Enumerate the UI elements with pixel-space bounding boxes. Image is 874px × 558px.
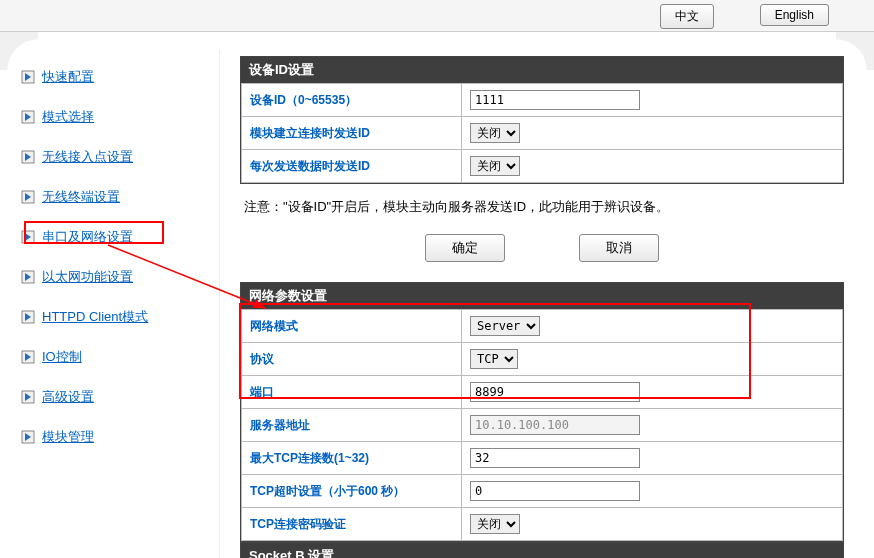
arrow-right-icon — [20, 389, 36, 405]
sidebar-item-label: 快速配置 — [42, 68, 94, 86]
sidebar-item[interactable]: 无线终端设置 — [20, 188, 219, 206]
port-input[interactable] — [470, 382, 640, 402]
sidebar-item-label: 无线接入点设置 — [42, 148, 133, 166]
device-id-header: 设备ID设置 — [241, 57, 843, 83]
arrow-right-icon — [20, 229, 36, 245]
data-send-id-select[interactable]: 关闭 — [470, 156, 520, 176]
max-tcp-label: 最大TCP连接数(1~32) — [242, 442, 462, 475]
ok-button[interactable]: 确定 — [425, 234, 505, 262]
net-mode-label: 网络模式 — [242, 310, 462, 343]
sidebar-item-label: 串口及网络设置 — [42, 228, 133, 246]
sidebar-item-label: 无线终端设置 — [42, 188, 120, 206]
sidebar-item[interactable]: IO控制 — [20, 348, 219, 366]
socket-b-header: Socket B 设置 — [240, 542, 844, 558]
tcp-auth-label: TCP连接密码验证 — [242, 508, 462, 541]
proto-label: 协议 — [242, 343, 462, 376]
conn-send-id-select[interactable]: 关闭 — [470, 123, 520, 143]
max-tcp-input[interactable] — [470, 448, 640, 468]
sidebar-item-label: 模块管理 — [42, 428, 94, 446]
arrow-right-icon — [20, 189, 36, 205]
sidebar-item-label: 以太网功能设置 — [42, 268, 133, 286]
button-row: 确定 取消 — [240, 234, 844, 262]
proto-select[interactable]: TCP — [470, 349, 518, 369]
corner-decor-left — [0, 32, 38, 70]
corner-decor-right — [836, 32, 874, 70]
lang-en-button[interactable]: English — [760, 4, 829, 26]
lang-cn-button[interactable]: 中文 — [660, 4, 714, 29]
device-id-panel: 设备ID设置 设备ID（0~65535） 模块建立连接时发送ID 关闭 每次发送… — [240, 56, 844, 184]
sidebar-item[interactable]: 无线接入点设置 — [20, 148, 219, 166]
sidebar-item-label: 模式选择 — [42, 108, 94, 126]
sidebar-item-label: IO控制 — [42, 348, 82, 366]
arrow-right-icon — [20, 309, 36, 325]
tcp-auth-select[interactable]: 关闭 — [470, 514, 520, 534]
port-label: 端口 — [242, 376, 462, 409]
device-id-note: 注意："设备ID"开启后，模块主动向服务器发送ID，此功能用于辨识设备。 — [244, 198, 844, 216]
main-content: 设备ID设置 设备ID（0~65535） 模块建立连接时发送ID 关闭 每次发送… — [220, 50, 864, 558]
sidebar-item[interactable]: 串口及网络设置 — [20, 228, 219, 246]
conn-send-id-label: 模块建立连接时发送ID — [242, 117, 462, 150]
server-addr-label: 服务器地址 — [242, 409, 462, 442]
cancel-button[interactable]: 取消 — [579, 234, 659, 262]
network-params-panel: 网络参数设置 网络模式 Server 协议 TCP 端口 服务器地址 — [240, 282, 844, 542]
data-send-id-label: 每次发送数据时发送ID — [242, 150, 462, 183]
sidebar-item[interactable]: 模式选择 — [20, 108, 219, 126]
sidebar-item-label: HTTPD Client模式 — [42, 308, 148, 326]
device-id-label: 设备ID（0~65535） — [242, 84, 462, 117]
sidebar-item[interactable]: 快速配置 — [20, 68, 219, 86]
tcp-timeout-label: TCP超时设置（小于600 秒） — [242, 475, 462, 508]
tcp-timeout-input[interactable] — [470, 481, 640, 501]
net-mode-select[interactable]: Server — [470, 316, 540, 336]
arrow-right-icon — [20, 109, 36, 125]
server-addr-input — [470, 415, 640, 435]
sidebar-item[interactable]: HTTPD Client模式 — [20, 308, 219, 326]
sidebar: 快速配置模式选择无线接入点设置无线终端设置串口及网络设置以太网功能设置HTTPD… — [10, 50, 220, 558]
arrow-right-icon — [20, 349, 36, 365]
network-params-header: 网络参数设置 — [241, 283, 843, 309]
sidebar-item[interactable]: 模块管理 — [20, 428, 219, 446]
sidebar-item[interactable]: 高级设置 — [20, 388, 219, 406]
language-bar: 中文 English — [0, 0, 874, 32]
arrow-right-icon — [20, 429, 36, 445]
arrow-right-icon — [20, 69, 36, 85]
sidebar-item[interactable]: 以太网功能设置 — [20, 268, 219, 286]
arrow-right-icon — [20, 269, 36, 285]
sidebar-item-label: 高级设置 — [42, 388, 94, 406]
arrow-right-icon — [20, 149, 36, 165]
device-id-input[interactable] — [470, 90, 640, 110]
